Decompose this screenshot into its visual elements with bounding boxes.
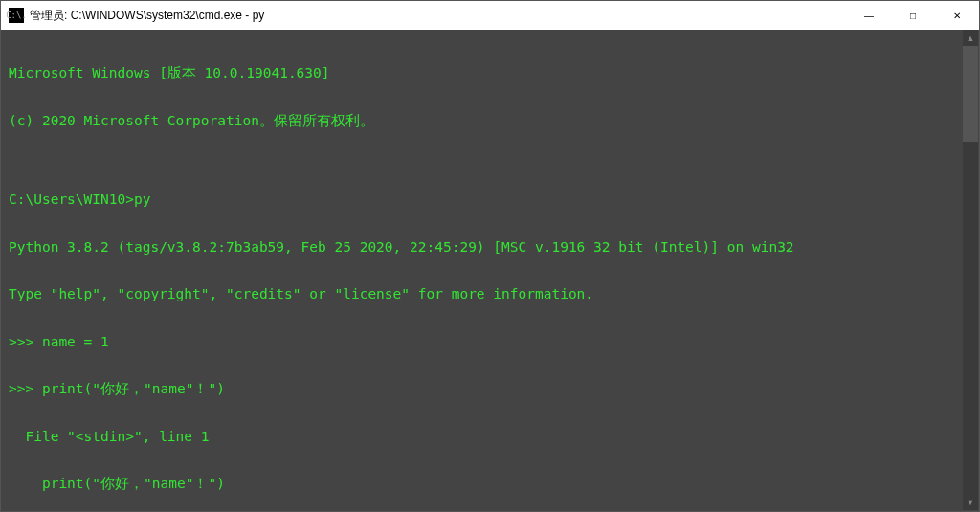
scroll-down-arrow-icon[interactable]: ▼ [963,494,978,510]
terminal-line: Python 3.8.2 (tags/v3.8.2:7b3ab59, Feb 2… [9,239,971,256]
minimize-button[interactable]: — [847,1,891,30]
terminal-output[interactable]: Microsoft Windows [版本 10.0.19041.630] (c… [1,30,979,511]
scroll-up-arrow-icon[interactable]: ▲ [963,30,978,46]
terminal-line: C:\Users\WIN10>py [9,191,971,208]
window-controls: — □ ✕ [847,1,979,30]
close-button[interactable]: ✕ [935,1,979,30]
terminal-line: >>> print("你好，"name"！") [9,381,971,397]
terminal-line: >>> name = 1 [9,334,971,350]
vertical-scrollbar[interactable]: ▲ ▼ [963,30,978,510]
titlebar[interactable]: C:\. 管理员: C:\WINDOWS\system32\cmd.exe - … [1,1,979,30]
terminal-line: File "<stdin>", line 1 [9,429,971,445]
cmd-icon: C:\. [9,8,24,23]
terminal-line: (c) 2020 Microsoft Corporation。保留所有权利。 [9,113,971,129]
terminal-line: Microsoft Windows [版本 10.0.19041.630] [9,65,971,81]
window-title: 管理员: C:\WINDOWS\system32\cmd.exe - py [30,8,847,24]
terminal-line: print("你好，"name"！") [9,476,971,492]
terminal-line: Type "help", "copyright", "credits" or "… [9,286,971,302]
maximize-button[interactable]: □ [891,1,935,30]
scrollbar-thumb[interactable] [963,46,978,142]
cmd-window: C:\. 管理员: C:\WINDOWS\system32\cmd.exe - … [0,0,980,512]
